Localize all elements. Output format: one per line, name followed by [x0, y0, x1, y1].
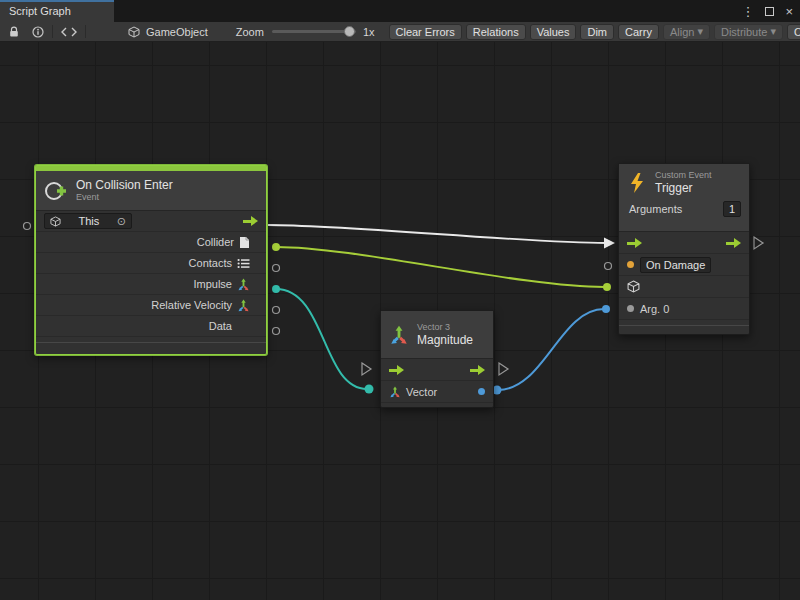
- node-header[interactable]: Custom Event Trigger Arguments 1: [619, 164, 749, 232]
- vector3-axes-icon: [389, 386, 401, 398]
- zoom-label: Zoom: [236, 26, 264, 38]
- contacts-list-icon: [237, 258, 250, 269]
- arguments-row: Arguments 1: [627, 201, 741, 217]
- flow-input-arrow-icon[interactable]: [389, 365, 404, 375]
- flow-output-arrow-icon[interactable]: [726, 238, 741, 248]
- vector3-axes-icon: [237, 278, 250, 291]
- port-row-vector[interactable]: Vector: [381, 381, 493, 403]
- vector-input-label: Vector: [406, 386, 437, 398]
- relations-button[interactable]: Relations: [466, 24, 526, 40]
- wire-impulse-to-vector[interactable]: [276, 289, 367, 389]
- object-picker-icon[interactable]: ⊙: [117, 216, 126, 227]
- arguments-label: Arguments: [629, 203, 682, 215]
- unity-editor-window: Script Graph ⋮ ×: [0, 0, 800, 600]
- close-icon[interactable]: ×: [785, 4, 793, 19]
- tab-script-graph[interactable]: Script Graph: [0, 0, 114, 22]
- port-row: This ⊙: [36, 211, 266, 232]
- info-icon[interactable]: [32, 26, 44, 38]
- port-row-event-name[interactable]: On Damage: [619, 254, 749, 276]
- flow-port-row: [381, 359, 493, 381]
- data-output-port[interactable]: [273, 328, 280, 335]
- relative-velocity-output-port[interactable]: [273, 307, 280, 314]
- gameobject-cube-icon: [128, 26, 140, 38]
- port-row-data[interactable]: Data: [36, 316, 266, 337]
- tab-title: Script Graph: [9, 5, 71, 17]
- magnitude-vector-input-port[interactable]: [365, 385, 374, 394]
- port-row-impulse[interactable]: Impulse: [36, 274, 266, 295]
- code-view-icon[interactable]: [61, 27, 77, 37]
- node-header[interactable]: Vector 3 Magnitude: [381, 311, 493, 359]
- target-value: This: [79, 215, 100, 227]
- carry-button[interactable]: Carry: [618, 24, 659, 40]
- node-category: Custom Event: [655, 170, 712, 181]
- collider-file-icon: [239, 236, 250, 249]
- cube-icon: [627, 280, 640, 293]
- node-category: Vector 3: [417, 322, 473, 333]
- string-port-dot[interactable]: [627, 261, 634, 268]
- node-title: Magnitude: [417, 333, 473, 347]
- wire-flow-oncollision-to-trigger[interactable]: [268, 225, 606, 243]
- trigger-arg0-port[interactable]: [602, 305, 610, 313]
- clear-errors-button[interactable]: Clear Errors: [389, 24, 462, 40]
- this-input-port[interactable]: [24, 223, 31, 230]
- node-vector3-magnitude[interactable]: Vector 3 Magnitude Vector: [380, 310, 494, 408]
- wire-flow-arrowhead: [604, 238, 615, 249]
- magnitude-result-dot[interactable]: [478, 388, 485, 395]
- trigger-target-port[interactable]: [603, 283, 611, 291]
- wire-magnitude-to-arg0[interactable]: [498, 309, 604, 390]
- graph-toolbar: GameObject Zoom 1x Clear Errors Relation…: [0, 22, 800, 42]
- node-title: On Collision Enter: [76, 178, 173, 192]
- arguments-count-field[interactable]: 1: [723, 201, 741, 217]
- event-icon: [44, 179, 68, 203]
- align-dropdown[interactable]: Align▾: [663, 24, 710, 40]
- values-button[interactable]: Values: [530, 24, 577, 40]
- trigger-flow-out-port[interactable]: [754, 237, 763, 249]
- target-object-field[interactable]: This ⊙: [44, 213, 132, 229]
- chevron-down-icon: ▾: [697, 25, 703, 38]
- event-name-field[interactable]: On Damage: [640, 257, 711, 273]
- node-trigger-custom-event[interactable]: Custom Event Trigger Arguments 1: [618, 163, 750, 335]
- impulse-output-port[interactable]: [272, 285, 280, 293]
- arg0-label: Arg. 0: [640, 303, 669, 315]
- lock-icon[interactable]: [8, 26, 20, 38]
- lightning-bolt-icon: [627, 172, 647, 194]
- magnitude-flow-out-port[interactable]: [499, 363, 508, 375]
- tab-bar: Script Graph ⋮ ×: [0, 0, 800, 22]
- chevron-down-icon: ▾: [770, 25, 776, 38]
- zoom-slider[interactable]: [272, 30, 356, 33]
- flow-output-arrow-icon[interactable]: [470, 365, 485, 375]
- overview-button[interactable]: Overview: [787, 24, 800, 40]
- node-header[interactable]: On Collision Enter Event: [36, 171, 266, 211]
- port-row-contacts[interactable]: Contacts: [36, 253, 266, 274]
- contacts-output-port[interactable]: [273, 265, 280, 272]
- active-tab-accent: [0, 0, 114, 2]
- magnitude-flow-in-port[interactable]: [362, 363, 371, 375]
- zoom-value: 1x: [363, 26, 375, 38]
- zoom-slider-handle[interactable]: [344, 26, 355, 37]
- node-footer: [619, 325, 749, 334]
- cube-icon: [50, 216, 61, 227]
- vector3-axes-icon: [389, 325, 409, 345]
- node-footer: [36, 342, 266, 351]
- flow-output-arrow-icon[interactable]: [243, 216, 258, 226]
- flow-input-arrow-icon[interactable]: [627, 238, 642, 248]
- wire-collider-to-target[interactable]: [276, 247, 604, 287]
- gameobject-label: GameObject: [146, 26, 208, 38]
- arg0-port-dot[interactable]: [627, 305, 634, 312]
- port-row-relative-velocity[interactable]: Relative Velocity: [36, 295, 266, 316]
- port-row-collider[interactable]: Collider: [36, 232, 266, 253]
- distribute-dropdown[interactable]: Distribute▾: [714, 24, 783, 40]
- node-on-collision-enter[interactable]: On Collision Enter Event This ⊙ Col: [35, 165, 267, 355]
- graph-canvas[interactable]: On Collision Enter Event This ⊙ Col: [0, 42, 800, 600]
- port-row-target[interactable]: [619, 276, 749, 298]
- node-title: Trigger: [655, 181, 712, 195]
- toolbar-separator: [85, 25, 86, 38]
- window-menu-icon[interactable]: ⋮: [741, 4, 754, 19]
- event-name-input-port[interactable]: [605, 263, 612, 270]
- flow-port-row: [619, 232, 749, 254]
- port-row-arg0[interactable]: Arg. 0: [619, 298, 749, 320]
- maximize-icon[interactable]: [765, 7, 774, 16]
- collider-output-port[interactable]: [272, 243, 280, 251]
- dim-button[interactable]: Dim: [580, 24, 614, 40]
- window-controls: ⋮ ×: [741, 0, 793, 22]
